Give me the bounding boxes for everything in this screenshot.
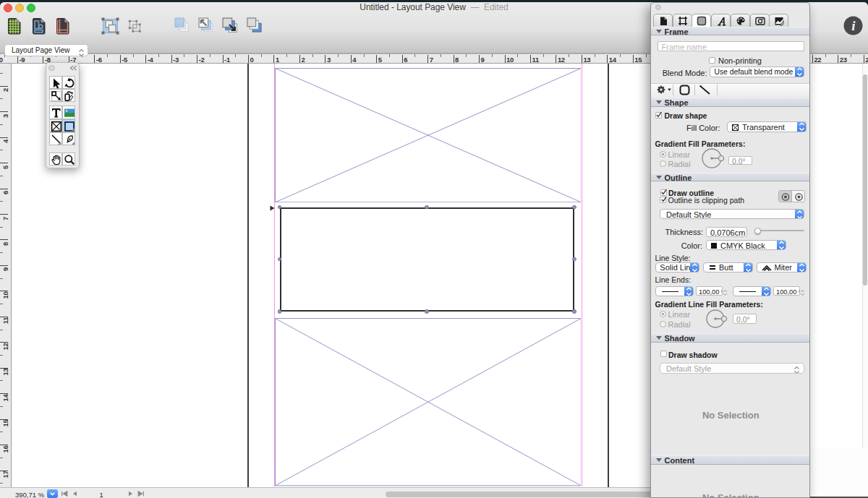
svg-text:i: i xyxy=(851,18,856,33)
